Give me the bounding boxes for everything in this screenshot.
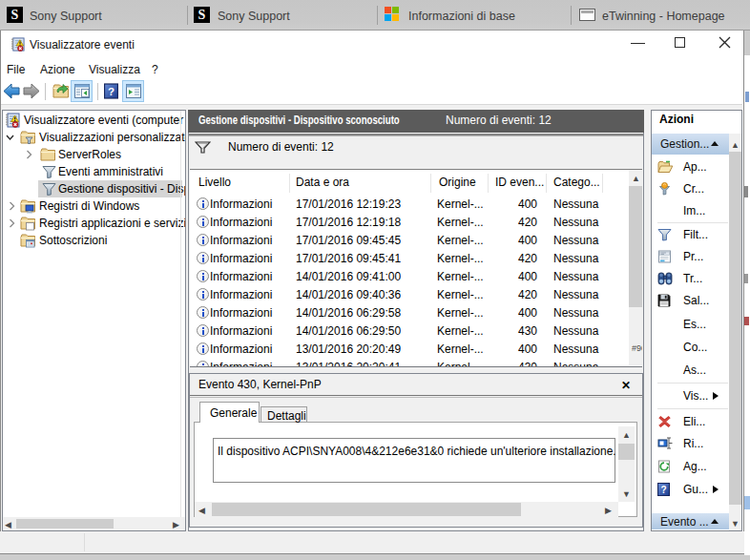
svg-text:?: ? xyxy=(108,86,115,97)
svg-text:?: ? xyxy=(660,484,666,494)
